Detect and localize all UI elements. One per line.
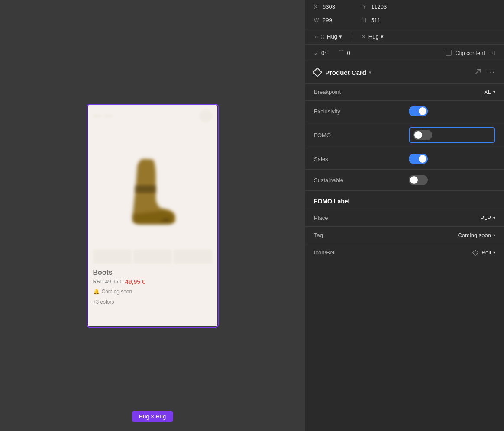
card-price-current: 49,95 € bbox=[125, 278, 145, 285]
card-colors-count: +3 colors bbox=[88, 297, 217, 307]
xy-dimensions-row: X 6303 Y 11203 bbox=[305, 0, 504, 13]
exclusivity-toggle-container bbox=[409, 106, 495, 116]
component-name: Product Card bbox=[325, 69, 366, 76]
card-image-area bbox=[88, 127, 217, 248]
clip-group: Clip content ⊡ bbox=[446, 49, 495, 56]
exclusivity-row: Exclusivity bbox=[305, 101, 504, 122]
h-sizing-group: ↔ ⟩⟨ Hug ▾ bbox=[314, 33, 342, 40]
place-value: PLP bbox=[480, 215, 491, 221]
rotation-group: ↙ 0° bbox=[314, 50, 326, 56]
y-label: Y bbox=[362, 4, 368, 10]
wh-dimensions-row: W 299 H 511 bbox=[305, 13, 504, 29]
component-diamond-icon bbox=[313, 68, 323, 77]
handle-tr[interactable] bbox=[216, 105, 217, 106]
swatch-1 bbox=[93, 250, 132, 264]
card-swatches bbox=[88, 248, 217, 265]
corner-group: ⌒ 0 bbox=[339, 49, 350, 57]
handle-bl[interactable] bbox=[88, 325, 89, 326]
v-sizing-chevron: ▾ bbox=[381, 33, 384, 40]
tag-dropdown[interactable]: Coming soon ▾ bbox=[458, 232, 495, 238]
clip-label: Clip content bbox=[455, 50, 485, 56]
card-coming-soon: 🔔 Coming soon bbox=[88, 286, 217, 297]
tag-value: Coming soon bbox=[458, 232, 491, 238]
fomo-toggle-container[interactable] bbox=[409, 127, 495, 143]
product-card-frame[interactable]: Boots RRP 49,95 € 49,95 € 🔔 Coming soon … bbox=[88, 105, 217, 326]
x-value[interactable]: 6303 bbox=[323, 3, 340, 10]
handle-tl[interactable] bbox=[88, 105, 89, 106]
y-value[interactable]: 11203 bbox=[371, 3, 388, 10]
rotation-value[interactable]: 0° bbox=[321, 50, 326, 56]
sales-toggle-knob bbox=[419, 155, 426, 163]
clip-corners-icon: ⊡ bbox=[490, 49, 495, 56]
boot-image bbox=[109, 144, 196, 231]
v-sizing-group: ✕ Hug ▾ bbox=[362, 33, 384, 40]
w-label: W bbox=[314, 17, 320, 23]
corner-value[interactable]: 0 bbox=[347, 50, 350, 56]
sales-toggle[interactable] bbox=[409, 154, 428, 164]
h-sizing-arrows-icon: ⟩⟨ bbox=[321, 34, 324, 39]
breakpoint-value: XL bbox=[484, 89, 491, 95]
card-wishlist-icon bbox=[199, 109, 212, 122]
tag-chevron: ▾ bbox=[493, 233, 495, 238]
bell-icon-card: 🔔 bbox=[93, 289, 100, 295]
rotation-clip-row: ↙ 0° ⌒ 0 Clip content ⊡ bbox=[305, 45, 504, 61]
icon-bell-row: Icon/Bell Bell ▾ bbox=[305, 244, 504, 261]
tag-row: Tag Coming soon ▾ bbox=[305, 227, 504, 244]
h-label: H bbox=[362, 17, 368, 23]
sustainable-label: Sustainable bbox=[314, 177, 409, 183]
fomo-label-section-title: FOMO Label bbox=[305, 191, 504, 209]
fomo-label: FOMO bbox=[314, 132, 409, 138]
fomo-toggle[interactable] bbox=[413, 130, 432, 140]
canvas-size-label: Hug × Hug bbox=[132, 411, 173, 422]
handle-br[interactable] bbox=[216, 325, 217, 326]
h-sizing-label: Hug bbox=[327, 33, 337, 40]
card-tag-pill bbox=[93, 115, 102, 117]
h-sizing-dropdown[interactable]: Hug ▾ bbox=[327, 33, 342, 40]
fomo-toggle-knob bbox=[414, 131, 422, 139]
sales-label: Sales bbox=[314, 156, 409, 162]
svg-rect-0 bbox=[135, 185, 156, 193]
sustainable-toggle[interactable] bbox=[409, 175, 428, 185]
swatch-2 bbox=[133, 250, 172, 264]
corner-radius-icon: ⌒ bbox=[339, 49, 344, 57]
w-dimension: W 299 bbox=[314, 17, 340, 23]
icon-bell-label: Icon/Bell bbox=[314, 249, 473, 256]
v-sizing-dropdown[interactable]: Hug ▾ bbox=[368, 33, 384, 40]
clip-checkbox[interactable] bbox=[446, 50, 452, 56]
detach-icon[interactable] bbox=[474, 68, 482, 77]
icon-bell-chevron: ▾ bbox=[493, 250, 495, 255]
card-tag-pill-2 bbox=[104, 115, 113, 117]
x-dimension: X 6303 bbox=[314, 3, 340, 10]
y-dimension: Y 11203 bbox=[362, 3, 388, 10]
sales-toggle-container bbox=[409, 154, 495, 164]
exclusivity-toggle-knob bbox=[419, 107, 426, 115]
x-label: X bbox=[314, 4, 320, 10]
icon-bell-dropdown[interactable]: Bell ▾ bbox=[473, 249, 495, 256]
breakpoint-dropdown[interactable]: XL ▾ bbox=[484, 89, 495, 95]
place-row: Place PLP ▾ bbox=[305, 209, 504, 227]
sizing-row: ↔ ⟩⟨ Hug ▾ ✕ Hug ▾ bbox=[305, 29, 504, 45]
exclusivity-label: Exclusivity bbox=[314, 108, 409, 115]
fomo-row: FOMO bbox=[305, 122, 504, 148]
icon-bell-value: Bell bbox=[481, 249, 491, 256]
canvas-area: Boots RRP 49,95 € 49,95 € 🔔 Coming soon … bbox=[0, 0, 305, 431]
right-panel: X 6303 Y 11203 W 299 H 511 ↔ ⟩⟨ Hug ▾ bbox=[305, 0, 504, 431]
sustainable-row: Sustainable bbox=[305, 170, 504, 191]
h-dimension: H 511 bbox=[362, 17, 388, 23]
component-name-group[interactable]: Product Card ▾ bbox=[325, 69, 470, 76]
h-value[interactable]: 511 bbox=[371, 17, 388, 23]
exclusivity-toggle[interactable] bbox=[409, 106, 428, 116]
component-header: Product Card ▾ ··· bbox=[305, 61, 504, 84]
breakpoint-chevron: ▾ bbox=[493, 90, 495, 94]
rotation-icon: ↙ bbox=[314, 50, 319, 56]
h-sizing-chevron: ▾ bbox=[339, 33, 342, 40]
sustainable-toggle-container bbox=[409, 175, 495, 185]
place-chevron: ▾ bbox=[493, 216, 495, 220]
more-options-icon[interactable]: ··· bbox=[487, 68, 495, 76]
w-value[interactable]: 299 bbox=[323, 17, 340, 23]
place-dropdown[interactable]: PLP ▾ bbox=[480, 215, 495, 221]
breakpoint-row: Breakpoint XL ▾ bbox=[305, 84, 504, 101]
sales-row: Sales bbox=[305, 148, 504, 170]
card-price-row: RRP 49,95 € 49,95 € bbox=[88, 277, 217, 286]
card-price-original: RRP 49,95 € bbox=[93, 279, 123, 285]
